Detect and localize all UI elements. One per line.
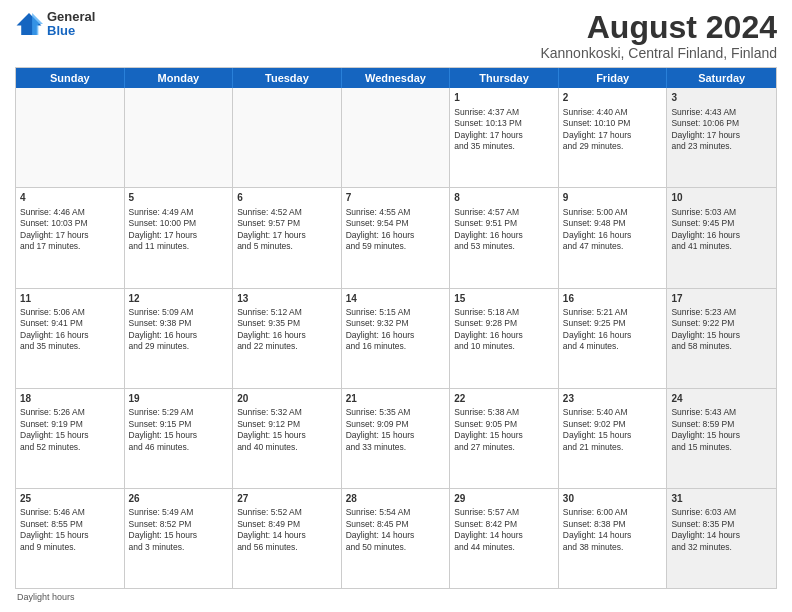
day-number: 6 <box>237 191 337 205</box>
calendar-day-cell: 10Sunrise: 5:03 AM Sunset: 9:45 PM Dayli… <box>667 188 776 287</box>
calendar-header-cell: Tuesday <box>233 68 342 88</box>
calendar-week-row: 4Sunrise: 4:46 AM Sunset: 10:03 PM Dayli… <box>16 187 776 287</box>
day-number: 13 <box>237 292 337 306</box>
day-info: Sunrise: 6:03 AM Sunset: 8:35 PM Dayligh… <box>671 507 740 551</box>
main-title: August 2024 <box>540 10 777 45</box>
day-info: Sunrise: 5:32 AM Sunset: 9:12 PM Dayligh… <box>237 407 306 451</box>
calendar-header-cell: Thursday <box>450 68 559 88</box>
calendar-day-cell: 15Sunrise: 5:18 AM Sunset: 9:28 PM Dayli… <box>450 289 559 388</box>
day-info: Sunrise: 5:06 AM Sunset: 9:41 PM Dayligh… <box>20 307 89 351</box>
day-info: Sunrise: 5:52 AM Sunset: 8:49 PM Dayligh… <box>237 507 306 551</box>
day-info: Sunrise: 4:57 AM Sunset: 9:51 PM Dayligh… <box>454 207 523 251</box>
calendar-day-cell <box>342 88 451 187</box>
day-number: 24 <box>671 392 772 406</box>
page: General Blue August 2024 Kannonkoski, Ce… <box>0 0 792 612</box>
day-info: Sunrise: 5:49 AM Sunset: 8:52 PM Dayligh… <box>129 507 198 551</box>
day-number: 23 <box>563 392 663 406</box>
day-info: Sunrise: 4:55 AM Sunset: 9:54 PM Dayligh… <box>346 207 415 251</box>
day-number: 18 <box>20 392 120 406</box>
calendar-day-cell: 4Sunrise: 4:46 AM Sunset: 10:03 PM Dayli… <box>16 188 125 287</box>
calendar-day-cell: 26Sunrise: 5:49 AM Sunset: 8:52 PM Dayli… <box>125 489 234 588</box>
day-number: 25 <box>20 492 120 506</box>
calendar-day-cell: 6Sunrise: 4:52 AM Sunset: 9:57 PM Daylig… <box>233 188 342 287</box>
day-number: 4 <box>20 191 120 205</box>
logo: General Blue <box>15 10 95 39</box>
calendar-week-row: 18Sunrise: 5:26 AM Sunset: 9:19 PM Dayli… <box>16 388 776 488</box>
day-info: Sunrise: 5:09 AM Sunset: 9:38 PM Dayligh… <box>129 307 198 351</box>
calendar-day-cell: 29Sunrise: 5:57 AM Sunset: 8:42 PM Dayli… <box>450 489 559 588</box>
day-number: 26 <box>129 492 229 506</box>
day-info: Sunrise: 5:15 AM Sunset: 9:32 PM Dayligh… <box>346 307 415 351</box>
calendar-header-cell: Sunday <box>16 68 125 88</box>
calendar-day-cell: 31Sunrise: 6:03 AM Sunset: 8:35 PM Dayli… <box>667 489 776 588</box>
calendar-day-cell: 30Sunrise: 6:00 AM Sunset: 8:38 PM Dayli… <box>559 489 668 588</box>
calendar-header-cell: Wednesday <box>342 68 451 88</box>
day-number: 10 <box>671 191 772 205</box>
calendar-day-cell: 17Sunrise: 5:23 AM Sunset: 9:22 PM Dayli… <box>667 289 776 388</box>
calendar-day-cell <box>233 88 342 187</box>
day-number: 16 <box>563 292 663 306</box>
calendar-day-cell: 20Sunrise: 5:32 AM Sunset: 9:12 PM Dayli… <box>233 389 342 488</box>
day-info: Sunrise: 4:40 AM Sunset: 10:10 PM Daylig… <box>563 107 632 151</box>
day-number: 14 <box>346 292 446 306</box>
day-info: Sunrise: 4:43 AM Sunset: 10:06 PM Daylig… <box>671 107 740 151</box>
day-number: 28 <box>346 492 446 506</box>
calendar-day-cell: 5Sunrise: 4:49 AM Sunset: 10:00 PM Dayli… <box>125 188 234 287</box>
day-number: 21 <box>346 392 446 406</box>
calendar-header-cell: Monday <box>125 68 234 88</box>
calendar-day-cell: 24Sunrise: 5:43 AM Sunset: 8:59 PM Dayli… <box>667 389 776 488</box>
calendar-day-cell: 2Sunrise: 4:40 AM Sunset: 10:10 PM Dayli… <box>559 88 668 187</box>
day-info: Sunrise: 5:29 AM Sunset: 9:15 PM Dayligh… <box>129 407 198 451</box>
day-number: 3 <box>671 91 772 105</box>
day-info: Sunrise: 5:23 AM Sunset: 9:22 PM Dayligh… <box>671 307 740 351</box>
day-info: Sunrise: 5:54 AM Sunset: 8:45 PM Dayligh… <box>346 507 415 551</box>
calendar-day-cell: 11Sunrise: 5:06 AM Sunset: 9:41 PM Dayli… <box>16 289 125 388</box>
day-number: 17 <box>671 292 772 306</box>
calendar-day-cell: 27Sunrise: 5:52 AM Sunset: 8:49 PM Dayli… <box>233 489 342 588</box>
day-number: 11 <box>20 292 120 306</box>
day-number: 7 <box>346 191 446 205</box>
footer-note: Daylight hours <box>15 589 777 602</box>
day-info: Sunrise: 5:21 AM Sunset: 9:25 PM Dayligh… <box>563 307 632 351</box>
day-info: Sunrise: 4:46 AM Sunset: 10:03 PM Daylig… <box>20 207 89 251</box>
day-info: Sunrise: 4:49 AM Sunset: 10:00 PM Daylig… <box>129 207 198 251</box>
day-number: 27 <box>237 492 337 506</box>
calendar-header-row: SundayMondayTuesdayWednesdayThursdayFrid… <box>16 68 776 88</box>
day-info: Sunrise: 5:35 AM Sunset: 9:09 PM Dayligh… <box>346 407 415 451</box>
calendar-day-cell: 1Sunrise: 4:37 AM Sunset: 10:13 PM Dayli… <box>450 88 559 187</box>
calendar-day-cell: 8Sunrise: 4:57 AM Sunset: 9:51 PM Daylig… <box>450 188 559 287</box>
calendar: SundayMondayTuesdayWednesdayThursdayFrid… <box>15 67 777 589</box>
calendar-week-row: 1Sunrise: 4:37 AM Sunset: 10:13 PM Dayli… <box>16 88 776 187</box>
day-number: 9 <box>563 191 663 205</box>
day-info: Sunrise: 5:40 AM Sunset: 9:02 PM Dayligh… <box>563 407 632 451</box>
logo-text: General Blue <box>47 10 95 39</box>
day-info: Sunrise: 6:00 AM Sunset: 8:38 PM Dayligh… <box>563 507 632 551</box>
calendar-day-cell: 12Sunrise: 5:09 AM Sunset: 9:38 PM Dayli… <box>125 289 234 388</box>
calendar-header-cell: Friday <box>559 68 668 88</box>
calendar-day-cell: 22Sunrise: 5:38 AM Sunset: 9:05 PM Dayli… <box>450 389 559 488</box>
day-info: Sunrise: 5:12 AM Sunset: 9:35 PM Dayligh… <box>237 307 306 351</box>
calendar-day-cell: 28Sunrise: 5:54 AM Sunset: 8:45 PM Dayli… <box>342 489 451 588</box>
day-number: 2 <box>563 91 663 105</box>
calendar-body: 1Sunrise: 4:37 AM Sunset: 10:13 PM Dayli… <box>16 88 776 588</box>
day-info: Sunrise: 4:37 AM Sunset: 10:13 PM Daylig… <box>454 107 523 151</box>
sub-title: Kannonkoski, Central Finland, Finland <box>540 45 777 61</box>
calendar-day-cell <box>125 88 234 187</box>
day-number: 12 <box>129 292 229 306</box>
day-number: 19 <box>129 392 229 406</box>
calendar-week-row: 25Sunrise: 5:46 AM Sunset: 8:55 PM Dayli… <box>16 488 776 588</box>
day-info: Sunrise: 5:00 AM Sunset: 9:48 PM Dayligh… <box>563 207 632 251</box>
day-info: Sunrise: 4:52 AM Sunset: 9:57 PM Dayligh… <box>237 207 306 251</box>
logo-icon <box>15 10 43 38</box>
day-number: 1 <box>454 91 554 105</box>
day-info: Sunrise: 5:38 AM Sunset: 9:05 PM Dayligh… <box>454 407 523 451</box>
calendar-day-cell: 25Sunrise: 5:46 AM Sunset: 8:55 PM Dayli… <box>16 489 125 588</box>
calendar-day-cell: 7Sunrise: 4:55 AM Sunset: 9:54 PM Daylig… <box>342 188 451 287</box>
day-number: 22 <box>454 392 554 406</box>
logo-general: General <box>47 10 95 24</box>
day-info: Sunrise: 5:18 AM Sunset: 9:28 PM Dayligh… <box>454 307 523 351</box>
calendar-day-cell <box>16 88 125 187</box>
day-number: 29 <box>454 492 554 506</box>
calendar-day-cell: 14Sunrise: 5:15 AM Sunset: 9:32 PM Dayli… <box>342 289 451 388</box>
logo-blue: Blue <box>47 24 95 38</box>
